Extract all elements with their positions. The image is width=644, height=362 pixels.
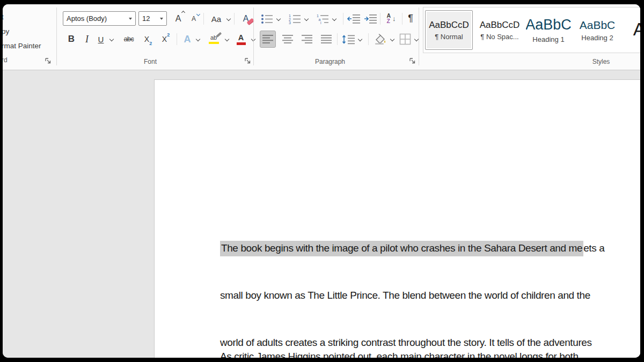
line-spacing-button[interactable] (341, 32, 356, 46)
numbering-dropdown-icon[interactable] (303, 12, 310, 26)
group-separator (419, 8, 419, 65)
copy-button[interactable]: py (3, 27, 9, 35)
svg-text:3: 3 (289, 21, 291, 24)
bullets-dropdown-icon[interactable] (275, 12, 282, 26)
separator (368, 33, 369, 45)
font-name-dropdown-icon[interactable] (129, 18, 132, 20)
clear-formatting-button[interactable]: A (238, 12, 254, 26)
separator (402, 13, 402, 25)
text-highlight-button[interactable]: ab (205, 31, 222, 47)
clipboard-dialog-launcher-icon[interactable] (45, 57, 52, 65)
svg-text:i: i (320, 21, 321, 24)
styles-group-label: Styles (547, 58, 640, 65)
highlight-color-bar (209, 42, 219, 45)
sort-button[interactable]: AZ ↓ (383, 11, 400, 26)
bullets-icon (261, 13, 273, 24)
align-center-icon (282, 34, 294, 44)
text-highlight-dropdown-icon[interactable] (223, 32, 231, 46)
selected-text[interactable]: The book begins with the image of a pilo… (220, 241, 583, 256)
strikethrough-button[interactable]: abc (120, 32, 138, 46)
shrink-font-icon: A (192, 15, 196, 23)
font-size-combo[interactable]: 12 (138, 11, 167, 26)
separator (337, 33, 338, 45)
align-left-button[interactable] (260, 31, 276, 48)
svg-text:1: 1 (317, 14, 319, 18)
style-heading-2-label: Heading 2 (581, 34, 613, 42)
text-line[interactable]: As critic James Higgins pointed out, eac… (220, 349, 605, 358)
font-name-combo[interactable]: Aptos (Body) (63, 11, 136, 26)
decrease-indent-button[interactable] (346, 12, 361, 26)
paragraph-dialog-launcher-icon[interactable] (409, 57, 416, 65)
group-separator (56, 8, 57, 65)
style-no-spacing[interactable]: AaBbCcD ¶ No Spac... (476, 10, 523, 50)
grow-font-icon: A (175, 14, 181, 24)
borders-button[interactable] (398, 32, 413, 47)
multilevel-list-button[interactable]: 1ai (316, 12, 330, 26)
style-normal-label: ¶ Normal (435, 33, 463, 41)
italic-button[interactable]: I (82, 32, 92, 46)
style-normal[interactable]: AaBbCcD ¶ Normal (425, 10, 473, 50)
style-no-spacing-label: ¶ No Spac... (480, 33, 518, 41)
style-no-spacing-preview: AaBbCcD (480, 20, 520, 31)
shrink-font-button[interactable]: A (187, 12, 200, 26)
styles-gallery: AaBbCcD ¶ Normal AaBbCcD ¶ No Spac... Aa… (423, 7, 640, 53)
text-effects-button[interactable]: A (180, 32, 194, 46)
align-right-button[interactable] (299, 31, 314, 47)
screenshot-frame: t py rmat Painter rd Aptos (Body) 12 A A… (0, 0, 644, 362)
font-name-value: Aptos (Body) (67, 14, 107, 23)
document-canvas: The book begins with the image of a pilo… (3, 71, 640, 358)
borders-icon (399, 33, 411, 45)
justify-button[interactable] (319, 31, 334, 47)
font-dialog-launcher-icon[interactable] (244, 57, 252, 65)
style-title[interactable]: A (623, 10, 640, 50)
align-center-button[interactable] (280, 31, 295, 47)
multilevel-list-dropdown-icon[interactable] (331, 12, 338, 26)
numbering-icon: 123 (289, 13, 301, 24)
paragraph-2[interactable]: As critic James Higgins pointed out, eac… (220, 317, 605, 358)
increase-indent-icon (364, 14, 377, 24)
font-color-bar (237, 42, 246, 45)
style-heading-1[interactable]: AaBbC Heading 1 (526, 10, 571, 50)
format-painter-button[interactable]: rmat Painter (3, 42, 41, 50)
bold-button[interactable]: B (64, 32, 78, 46)
underline-button[interactable]: U (95, 32, 107, 46)
font-color-button[interactable]: A (233, 31, 249, 47)
style-heading-2[interactable]: AaBbC Heading 2 (575, 10, 620, 50)
separator (177, 33, 177, 45)
subscript-button[interactable]: X2 (140, 32, 156, 46)
underline-dropdown-icon[interactable] (108, 32, 115, 46)
font-group-label: Font (99, 58, 201, 65)
paragraph-group-label: Paragraph (276, 58, 384, 65)
group-separator (253, 8, 254, 65)
font-color-icon: A (238, 34, 244, 42)
style-heading-2-preview: AaBbC (580, 19, 616, 32)
cut-button[interactable]: t (3, 13, 4, 21)
change-case-button[interactable]: Aa (207, 12, 225, 26)
decrease-indent-icon (347, 14, 361, 24)
line-spacing-dropdown-icon[interactable] (356, 32, 364, 46)
shading-button[interactable] (372, 31, 388, 47)
increase-indent-button[interactable] (363, 12, 378, 26)
shading-dropdown-icon[interactable] (389, 32, 396, 46)
numbering-button[interactable]: 123 (288, 12, 302, 26)
show-formatting-marks-button[interactable]: ¶ (404, 11, 417, 25)
superscript-button[interactable]: X2 (158, 32, 174, 46)
multilevel-list-icon: 1ai (317, 13, 329, 24)
font-size-dropdown-icon[interactable] (160, 18, 163, 20)
text-effects-icon: A (184, 34, 191, 45)
grow-font-button[interactable]: A (171, 12, 185, 26)
text-line[interactable]: small boy known as The Little Prince. Th… (220, 287, 604, 303)
style-heading-1-preview: AaBbC (526, 17, 571, 33)
text-line[interactable]: The book begins with the image of a pilo… (220, 240, 604, 256)
style-normal-preview: AaBbCcD (429, 20, 469, 31)
line-spacing-icon (342, 34, 355, 45)
bullets-button[interactable] (260, 12, 274, 26)
align-right-icon (301, 34, 313, 44)
text-run[interactable]: ets a (583, 242, 604, 254)
clear-formatting-icon: A (243, 14, 249, 24)
change-case-dropdown-icon[interactable] (225, 12, 232, 26)
change-case-icon: Aa (211, 14, 221, 24)
font-size-value: 12 (142, 14, 150, 23)
separator (343, 13, 343, 25)
text-effects-dropdown-icon[interactable] (194, 32, 202, 46)
